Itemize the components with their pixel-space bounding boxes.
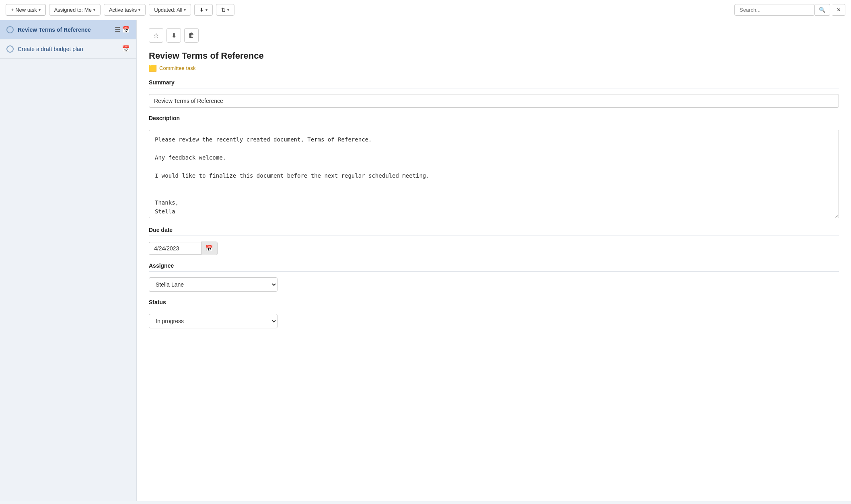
assignee-section: Assignee Stella Lane John Doe Jane Smith: [149, 262, 839, 292]
star-icon: ☆: [153, 32, 159, 39]
task-checkbox[interactable]: [6, 26, 14, 33]
sort-button[interactable]: ⇅ ▾: [216, 4, 234, 16]
updated-label: Updated: All: [154, 7, 182, 13]
task-checkbox[interactable]: [6, 45, 14, 53]
search-icon: 🔍: [819, 7, 826, 13]
new-task-button[interactable]: + New task ▾: [6, 4, 46, 16]
star-button[interactable]: ☆: [149, 28, 163, 43]
sort-icon: ⇅: [221, 7, 226, 13]
status-select[interactable]: In progress Not started Completed Cancel…: [149, 314, 278, 328]
active-tasks-chevron: ▾: [138, 8, 140, 12]
search-button[interactable]: 🔍: [815, 4, 830, 16]
detail-download-button[interactable]: ⬇: [166, 28, 181, 43]
list-icon: ☰: [115, 26, 120, 33]
delete-button[interactable]: 🗑: [184, 28, 199, 43]
toolbar-left: + New task ▾ Assigned to: Me ▾ Active ta…: [6, 4, 731, 16]
active-tasks-button[interactable]: Active tasks ▾: [104, 4, 146, 16]
updated-button[interactable]: Updated: All ▾: [149, 4, 191, 16]
new-task-label: + New task: [11, 7, 37, 13]
assigned-to-chevron: ▾: [93, 8, 95, 12]
summary-input[interactable]: [149, 94, 839, 108]
task-item[interactable]: Create a draft budget plan 📅: [0, 39, 136, 59]
description-section: Description Please review the recently c…: [149, 115, 839, 219]
committee-label: 🟨 Committee task: [149, 64, 839, 72]
status-section: Status In progress Not started Completed…: [149, 299, 839, 328]
toolbar: + New task ▾ Assigned to: Me ▾ Active ta…: [0, 0, 851, 20]
assignee-select[interactable]: Stella Lane John Doe Jane Smith: [149, 277, 278, 292]
delete-icon: 🗑: [188, 32, 195, 39]
status-divider: [149, 308, 839, 308]
search-input[interactable]: [734, 4, 815, 16]
assignee-divider: [149, 271, 839, 272]
search-wrapper: 🔍: [734, 4, 830, 16]
main-layout: Review Terms of Reference ☰ 📅 Create a d…: [0, 20, 851, 501]
calendar-picker-icon: 📅: [206, 245, 213, 252]
calendar-picker-button[interactable]: 📅: [201, 242, 218, 255]
status-label: Status: [149, 299, 839, 305]
due-date-label: Due date: [149, 227, 839, 233]
download-chevron: ▾: [206, 8, 208, 12]
description-divider: [149, 124, 839, 124]
calendar-icon: 📅: [122, 45, 130, 53]
task-title: Create a draft budget plan: [18, 46, 83, 52]
summary-section: Summary: [149, 79, 839, 108]
task-item-left: Review Terms of Reference: [6, 26, 91, 33]
task-title: Review Terms of Reference: [18, 27, 91, 33]
due-date-input[interactable]: [149, 242, 201, 255]
committee-icon: 🟨: [149, 64, 157, 72]
description-label: Description: [149, 115, 839, 121]
clear-button[interactable]: ✕: [832, 4, 845, 16]
description-textarea[interactable]: Please review the recently created docum…: [149, 130, 839, 218]
summary-divider: [149, 88, 839, 88]
updated-chevron: ▾: [184, 8, 186, 12]
detail-title: Review Terms of Reference: [149, 51, 839, 61]
committee-label-text: Committee task: [159, 65, 195, 71]
download-button[interactable]: ⬇ ▾: [194, 4, 213, 16]
task-icons: 📅: [122, 45, 130, 53]
toolbar-right: 🔍 ✕: [734, 4, 845, 16]
task-item-left: Create a draft budget plan: [6, 45, 83, 53]
task-icons: ☰ 📅: [115, 26, 130, 33]
assigned-to-label: Assigned to: Me: [54, 7, 92, 13]
summary-label: Summary: [149, 79, 839, 86]
assigned-to-button[interactable]: Assigned to: Me ▾: [49, 4, 101, 16]
task-item[interactable]: Review Terms of Reference ☰ 📅: [0, 20, 136, 39]
due-date-divider: [149, 236, 839, 236]
date-wrapper: 📅: [149, 242, 218, 255]
task-list: Review Terms of Reference ☰ 📅 Create a d…: [0, 20, 137, 501]
due-date-section: Due date 📅: [149, 227, 839, 255]
clear-icon: ✕: [837, 7, 841, 13]
new-task-chevron: ▾: [39, 8, 41, 12]
task-detail: ☆ ⬇ 🗑 Review Terms of Reference 🟨 Commit…: [137, 20, 851, 501]
download-icon: ⬇: [199, 7, 204, 13]
assignee-label: Assignee: [149, 262, 839, 269]
detail-download-icon: ⬇: [171, 32, 177, 39]
active-tasks-label: Active tasks: [109, 7, 137, 13]
sort-chevron: ▾: [227, 8, 229, 12]
calendar-icon: 📅: [122, 26, 130, 33]
detail-actions: ☆ ⬇ 🗑: [149, 28, 839, 43]
